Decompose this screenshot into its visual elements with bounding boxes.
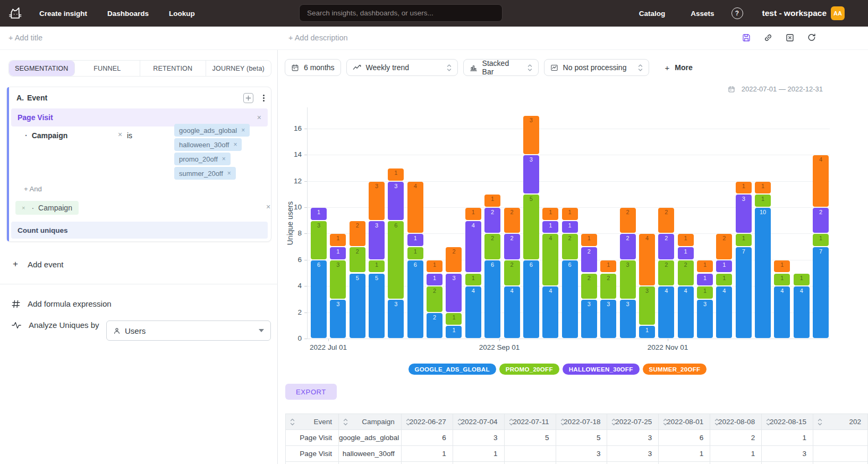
add-title-placeholder[interactable]: + Add title (8, 33, 42, 42)
column-header-2022-08-08[interactable]: 2022-08-08 (710, 414, 762, 430)
bar-value-label: 6 (562, 261, 578, 268)
bar-segment-promo-20off: 3 (311, 221, 327, 259)
breakdown-chip[interactable]: × · Campaign (15, 201, 79, 215)
bar-segment-summer-20off: 1 (774, 260, 790, 273)
nav-item-lookup[interactable]: Lookup (169, 10, 195, 18)
table-cell: 5 (505, 430, 556, 446)
add-description-placeholder[interactable]: + Add description (288, 33, 348, 42)
bar-value-label: 2 (504, 235, 520, 241)
bar-segment-halloween-30off: 2 (581, 247, 597, 272)
column-header-campaign[interactable]: Campaign (339, 414, 402, 430)
column-header-2022-07-25[interactable]: 2022-07-25 (607, 414, 659, 430)
query-builder-panel: SEGMENTATIONFUNNELRETENTIONJOURNEY (beta… (0, 50, 278, 464)
x-tick (668, 339, 668, 341)
column-header-2022-07-11[interactable]: 2022-07-11 (505, 414, 556, 430)
column-header-2022-07-04[interactable]: 2022-07-04 (453, 414, 505, 430)
gridline (307, 313, 830, 313)
nav-item-assets[interactable]: Assets (691, 10, 714, 18)
remove-filter-icon[interactable]: × (118, 131, 122, 138)
add-and-condition[interactable]: + And (24, 185, 42, 193)
bar-value-label: 1 (600, 261, 616, 268)
legend-pill-promo-20off[interactable]: PROMO_20OFF (499, 364, 559, 375)
event-card: A. Event Page Visit × ·Campaign × is goo… (6, 87, 271, 242)
post-processing-select[interactable]: No post processing (544, 59, 649, 76)
filter-chip-halloween-30off[interactable]: halloween_30off× (174, 138, 242, 151)
export-button[interactable]: EXPORT (285, 384, 337, 400)
column-header-2022-08-01[interactable]: 2022-08-01 (659, 414, 710, 430)
tab-retention[interactable]: RETENTION (140, 61, 206, 76)
legend-pill-google-ads-global[interactable]: GOOGLE_ADS_GLOBAL (409, 364, 496, 375)
bar-value-label: 1 (639, 327, 655, 333)
nav-item-create-insight[interactable]: Create insight (39, 10, 87, 18)
remove-chip-icon[interactable]: × (222, 156, 226, 162)
table-cell (762, 462, 813, 464)
bar-segment-promo-20off: 2 (427, 286, 442, 311)
add-filter-icon[interactable] (243, 93, 253, 103)
chevron-down-icon (259, 329, 264, 332)
link-icon[interactable] (763, 33, 773, 43)
nav-item-dashboards[interactable]: Dashboards (107, 10, 149, 18)
add-formula-button[interactable]: Add formula expression (12, 299, 112, 308)
chart-type-select[interactable]: Stacked Bar (463, 59, 539, 76)
remove-chip-icon[interactable]: × (227, 170, 231, 176)
bullet-icon: · (31, 204, 34, 212)
close-box-icon[interactable] (785, 33, 795, 43)
refresh-icon[interactable] (807, 33, 816, 43)
aggregation-select[interactable]: Count uniques (11, 222, 268, 239)
remove-chip-icon[interactable]: × (241, 127, 245, 133)
event-menu-icon[interactable] (263, 95, 265, 102)
top-nav: Create insightDashboardsLookup Catalog A… (0, 0, 868, 27)
tab-funnel[interactable]: FUNNEL (75, 61, 141, 76)
filter-property[interactable]: ·Campaign (25, 131, 67, 140)
activity-icon (12, 321, 21, 330)
bar-value-label: 4 (774, 288, 790, 294)
legend-pill-halloween-30off[interactable]: HALLOWEEN_30OFF (563, 364, 640, 375)
bar-segment-google-ads-global: 5 (369, 274, 385, 339)
y-tick-label: 2 (285, 308, 302, 316)
bar-value-label: 5 (350, 275, 365, 281)
legend-pill-summer-20off[interactable]: SUMMER_20OFF (643, 364, 707, 375)
bar-value-label: 1 (813, 235, 829, 241)
global-search-input[interactable] (299, 4, 503, 22)
bar-segment-halloween-30off: 1 (330, 247, 346, 259)
table-cell (813, 462, 868, 464)
remove-chip-icon[interactable]: × (233, 141, 237, 148)
column-header-event[interactable]: Event (286, 414, 339, 430)
workspace-name[interactable]: test - workspace (762, 9, 827, 18)
bar-segment-google-ads-global: 1 (639, 326, 655, 338)
remove-breakdown-icon[interactable]: × (22, 205, 25, 211)
date-range-button[interactable]: 6 months (285, 59, 341, 76)
tab-segmentation[interactable]: SEGMENTATION (9, 61, 75, 76)
table-cell (286, 462, 339, 464)
filter-chip-summer-20off[interactable]: summer_20off× (174, 167, 236, 180)
more-button[interactable]: + More (665, 63, 693, 72)
save-icon[interactable] (742, 33, 751, 43)
user-avatar[interactable]: AA (831, 6, 845, 20)
bar-segment-summer-20off: 2 (350, 221, 365, 246)
bar-value-label: 2 (504, 209, 520, 215)
filter-chip-google-ads-global[interactable]: google_ads_global× (174, 124, 250, 137)
column-header-202[interactable]: 202 (813, 414, 868, 430)
remove-event-icon[interactable]: × (257, 114, 261, 121)
nav-item-catalog[interactable]: Catalog (639, 10, 666, 18)
column-header-2022-08-15[interactable]: 2022-08-15 (762, 414, 813, 430)
sort-icon (290, 418, 295, 426)
app-logo-cat-icon[interactable] (6, 6, 24, 20)
bar-segment-summer-20off: 2 (504, 208, 520, 233)
bar-value-label: 3 (523, 117, 539, 123)
analyze-by-select[interactable]: Users (106, 320, 271, 341)
y-tick-label: 8 (285, 229, 302, 237)
bar-segment-promo-20off: 5 (523, 195, 539, 259)
add-event-button[interactable]: + Add event (13, 259, 64, 269)
filter-operator[interactable]: is (127, 131, 132, 140)
column-header-2022-06-27[interactable]: 2022-06-27 (402, 414, 453, 430)
trend-select[interactable]: Weekly trend (346, 59, 458, 76)
filter-chip-promo-20off[interactable]: promo_20off× (174, 153, 231, 165)
bar-segment-summer-20off: 2 (620, 208, 636, 233)
help-icon[interactable]: ? (731, 7, 743, 19)
bar-value-label: 10 (755, 209, 771, 215)
bar-value-label: 1 (542, 209, 558, 215)
clear-breakdown-icon[interactable]: × (266, 203, 270, 210)
tab-journey-beta[interactable]: JOURNEY (beta) (206, 61, 271, 76)
column-header-2022-07-18[interactable]: 2022-07-18 (556, 414, 608, 430)
